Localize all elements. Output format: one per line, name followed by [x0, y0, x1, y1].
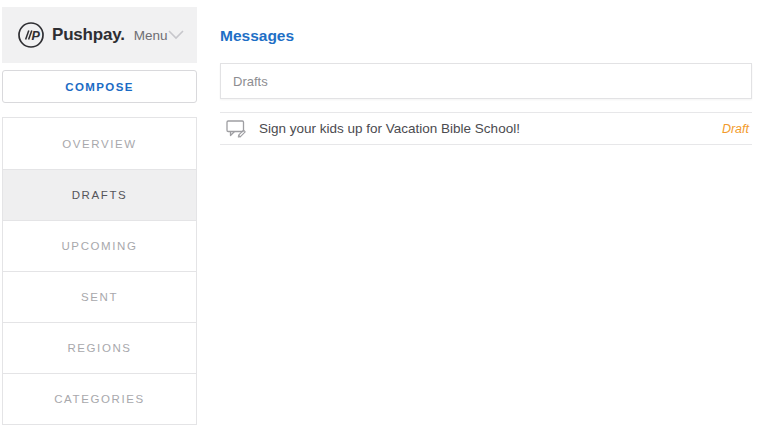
sidebar-nav: OVERVIEW DRAFTS UPCOMING SENT REGIONS CA…	[2, 117, 197, 425]
sidebar-item-upcoming[interactable]: UPCOMING	[3, 220, 196, 271]
message-subject: Sign your kids up for Vacation Bible Sch…	[259, 121, 520, 136]
brand-header: P Pushpay. Menu	[2, 7, 197, 63]
sidebar-item-overview[interactable]: OVERVIEW	[3, 118, 196, 169]
svg-text:P: P	[31, 29, 40, 43]
drafts-list-header: Drafts	[220, 63, 752, 99]
sidebar-item-categories[interactable]: CATEGORIES	[3, 373, 196, 424]
brand-wordmark: Pushpay.	[52, 25, 125, 45]
pushpay-logo-icon: P	[17, 21, 45, 49]
chevron-down-icon[interactable]	[168, 30, 184, 40]
status-badge-draft: Draft	[722, 122, 749, 136]
sidebar-item-sent[interactable]: SENT	[3, 271, 196, 322]
menu-label[interactable]: Menu	[134, 28, 168, 43]
compose-button[interactable]: COMPOSE	[2, 70, 197, 103]
page-title: Messages	[220, 27, 294, 45]
drafts-list-header-label: Drafts	[233, 74, 268, 89]
message-edit-icon	[226, 120, 247, 138]
sidebar-item-regions[interactable]: REGIONS	[3, 322, 196, 373]
draft-message-row[interactable]: Sign your kids up for Vacation Bible Sch…	[220, 112, 752, 145]
sidebar-item-drafts[interactable]: DRAFTS	[3, 169, 196, 220]
